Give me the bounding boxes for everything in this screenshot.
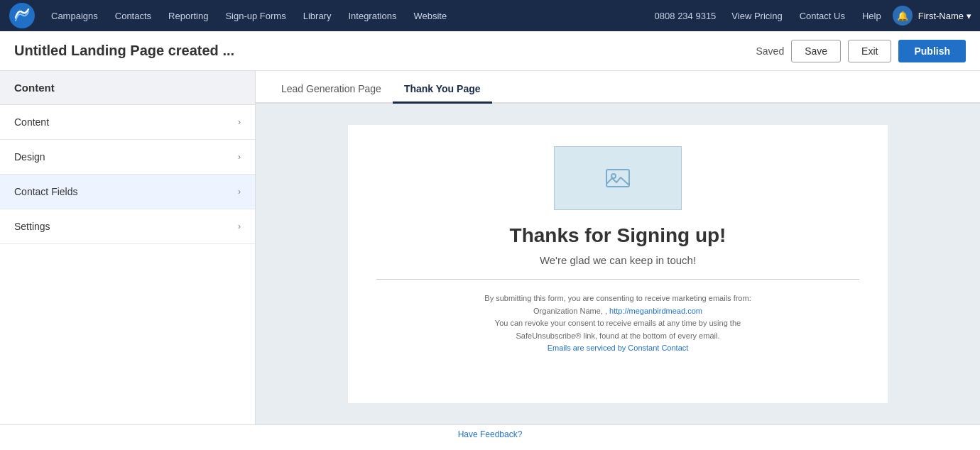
svg-rect-1 <box>606 170 629 187</box>
canvas-subheading: We're glad we can keep in touch! <box>540 254 696 266</box>
sidebar-item-content[interactable]: Content › <box>0 105 255 140</box>
logo[interactable] <box>9 2 36 29</box>
chevron-right-icon: › <box>238 187 241 197</box>
sidebar-settings-label: Settings <box>14 221 50 232</box>
nav-website[interactable]: Website <box>405 0 455 31</box>
nav-contacts[interactable]: Contacts <box>107 0 160 31</box>
saved-status: Saved <box>756 45 784 57</box>
tab-lead-generation[interactable]: Lead Generation Page <box>270 76 393 104</box>
nav-library[interactable]: Library <box>295 0 340 31</box>
canvas-scroll-inner: Thanks for Signing up! We're glad we can… <box>256 104 980 424</box>
canvas-heading: Thanks for Signing up! <box>510 224 726 247</box>
chevron-right-icon: › <box>238 152 241 162</box>
image-placeholder <box>554 146 682 210</box>
publish-button[interactable]: Publish <box>898 40 966 62</box>
sidebar-header: Content <box>0 71 255 105</box>
chevron-down-icon: ▾ <box>967 11 971 21</box>
legal-serviced-link[interactable]: Emails are serviced by Constant Contact <box>548 344 689 352</box>
canvas-area[interactable]: Thanks for Signing up! We're glad we can… <box>256 104 980 424</box>
canvas-legal-text: By submitting this form, you are consent… <box>469 292 767 355</box>
nav-links: Campaigns Contacts Reporting Sign-up For… <box>43 0 655 31</box>
view-pricing-link[interactable]: View Pricing <box>726 11 788 21</box>
page-canvas: Thanks for Signing up! We're glad we can… <box>348 125 888 403</box>
chevron-right-icon: › <box>238 221 241 231</box>
nav-integrations[interactable]: Integrations <box>339 0 405 31</box>
save-button[interactable]: Save <box>791 40 841 62</box>
sidebar-content-label: Content <box>14 116 49 128</box>
help-link[interactable]: Help <box>856 11 887 21</box>
sidebar-contact-fields-label: Contact Fields <box>14 186 77 197</box>
legal-revoke: You can revoke your consent to receive e… <box>495 319 741 340</box>
sidebar-item-settings[interactable]: Settings › <box>0 209 255 244</box>
bell-icon: 🔔 <box>897 11 908 21</box>
page-title: Untitled Landing Page created ... <box>14 43 756 59</box>
header-actions: Saved Save Exit Publish <box>756 40 966 62</box>
chevron-right-icon: › <box>238 117 241 127</box>
main-layout: Content Content › Design › Contact Field… <box>0 71 980 424</box>
user-menu[interactable]: First-Name ▾ <box>918 11 971 21</box>
sidebar-design-label: Design <box>14 151 45 163</box>
content-area: Lead Generation Page Thank You Page Than… <box>256 71 980 424</box>
sidebar: Content Content › Design › Contact Field… <box>0 71 256 424</box>
tabs-bar: Lead Generation Page Thank You Page <box>256 71 980 104</box>
nav-campaigns[interactable]: Campaigns <box>43 0 107 31</box>
phone-number: 0808 234 9315 <box>655 11 717 21</box>
tab-thank-you[interactable]: Thank You Page <box>393 76 492 104</box>
exit-button[interactable]: Exit <box>848 40 891 62</box>
feedback-link[interactable]: Have Feedback? <box>458 429 523 439</box>
notification-icon[interactable]: 🔔 <box>893 6 913 26</box>
nav-reporting[interactable]: Reporting <box>160 0 217 31</box>
footer: Have Feedback? © 1996-2019 Constant Cont… <box>0 424 980 450</box>
image-icon <box>605 165 631 191</box>
sidebar-item-design[interactable]: Design › <box>0 140 255 175</box>
canvas-divider <box>376 279 859 280</box>
user-name-label: First-Name <box>918 11 964 21</box>
legal-link[interactable]: http://meganbirdmead.com <box>609 307 702 315</box>
nav-signup-forms[interactable]: Sign-up Forms <box>217 0 294 31</box>
sidebar-item-contact-fields[interactable]: Contact Fields › <box>0 175 255 209</box>
nav-right: 0808 234 9315 View Pricing Contact Us He… <box>655 6 971 26</box>
contact-us-link[interactable]: Contact Us <box>794 11 851 21</box>
top-navigation: Campaigns Contacts Reporting Sign-up For… <box>0 0 980 31</box>
header-bar: Untitled Landing Page created ... Saved … <box>0 31 980 71</box>
